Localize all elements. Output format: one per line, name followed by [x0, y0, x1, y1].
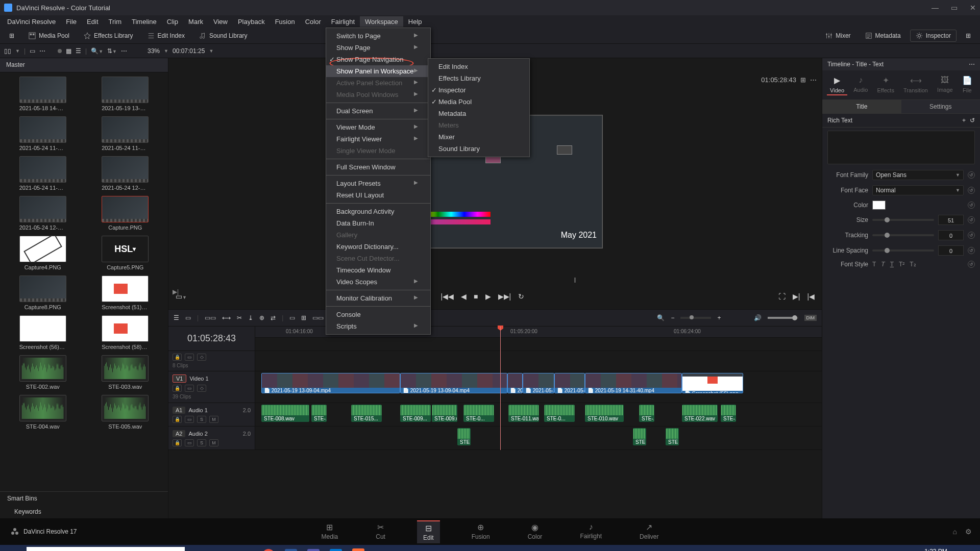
teams-icon[interactable]: T [303, 545, 324, 551]
reset-icon[interactable]: ↺ [970, 117, 975, 124]
timeline-clip[interactable]: STE-... [457, 428, 471, 445]
submenu-item[interactable]: Metadata [428, 108, 529, 119]
solo-button[interactable]: S [197, 416, 206, 423]
more-icon[interactable]: ⋯ [39, 47, 45, 55]
blade-tool-icon[interactable]: ✂ [237, 314, 242, 321]
timeline-clip[interactable]: STE-022.wav [682, 405, 718, 422]
line-spacing-slider[interactable] [872, 249, 934, 252]
zoom-slider[interactable] [680, 317, 711, 319]
menu-davinci-resolve[interactable]: DaVinci Resolve [2, 16, 61, 27]
menu-item[interactable]: Fairlight Viewer▶ [326, 133, 430, 145]
timeline-clip[interactable]: STE-01... [666, 428, 679, 445]
timeline-clip[interactable]: 📄 2021-05-19 13-09-04.mp4 [400, 373, 507, 393]
media-item[interactable]: STE-004.wav [4, 395, 82, 430]
menu-item[interactable]: Viewer Mode▶ [326, 121, 430, 133]
inspector-tab-audio[interactable]: ♪Audio [850, 74, 871, 95]
reset-icon[interactable]: ↺ [968, 171, 975, 179]
inspector-tab-video[interactable]: ▶Video [827, 74, 847, 95]
tracking-input[interactable]: 0 [938, 230, 964, 240]
volume-slider[interactable] [768, 317, 798, 319]
workspace-fusion[interactable]: ⊕Fusion [465, 520, 496, 543]
sort-icon[interactable]: ⇅▼ [107, 47, 117, 55]
timeline-clip[interactable]: 📄 2021-05-1... [523, 373, 554, 393]
menu-trim[interactable]: Trim [104, 16, 127, 27]
workspace-fairlight[interactable]: ♪Fairlight [574, 520, 608, 543]
vivaldi-icon[interactable]: V [258, 545, 279, 551]
replace-icon[interactable]: ⇄ [271, 314, 276, 321]
workspace-cut[interactable]: ✂Cut [370, 520, 391, 543]
menu-edit[interactable]: Edit [82, 16, 103, 27]
timeline-clip[interactable]: 📄 Screenshot (56).png [682, 373, 743, 393]
resolve-taskbar-icon[interactable] [348, 545, 369, 551]
reset-icon[interactable]: ↺ [968, 202, 975, 209]
timeline-clip[interactable]: STE-010.wav [585, 405, 624, 422]
lock-icon[interactable]: 🔒 [173, 385, 182, 392]
more-icon[interactable]: ⋯ [810, 76, 817, 84]
effects-library-toggle[interactable]: Effects Library [79, 30, 138, 41]
timeline-clip[interactable]: STE-0... [544, 405, 575, 422]
icon[interactable]: ▭ [289, 314, 295, 321]
keywords-bin[interactable]: Keywords [0, 505, 168, 518]
mute-button[interactable]: M [209, 439, 218, 446]
prev-frame-button[interactable]: ◀ [461, 292, 467, 300]
workspace-color[interactable]: ◉Color [522, 520, 549, 543]
submenu-item[interactable]: Edit Index [428, 61, 529, 72]
metadata-toggle[interactable]: Metadata [860, 30, 906, 41]
reset-icon[interactable]: ↺ [968, 261, 975, 268]
menu-timeline[interactable]: Timeline [127, 16, 162, 27]
mixer-toggle[interactable]: Mixer [820, 30, 855, 41]
menu-workspace[interactable]: Workspace [360, 16, 403, 27]
add-icon[interactable]: + [962, 117, 966, 124]
menu-file[interactable]: File [61, 16, 82, 27]
reset-icon[interactable]: ↺ [968, 247, 975, 254]
icon[interactable]: ▭ [185, 439, 194, 446]
menu-item[interactable]: Background Activity [326, 206, 430, 217]
font-style-underline[interactable]: T [890, 261, 894, 268]
inspector-tab-file[interactable]: 📄File [959, 74, 975, 95]
menu-mark[interactable]: Mark [183, 16, 208, 27]
chevron-down-icon[interactable]: ▼ [164, 48, 168, 54]
icon[interactable]: ◇ [197, 385, 206, 392]
icon[interactable]: ▭ [185, 354, 194, 361]
media-item[interactable]: 2021-05-19 13-09-... [87, 77, 164, 111]
font-face-select[interactable]: Normal▼ [872, 185, 964, 195]
edit-index-toggle[interactable]: Edit Index [142, 30, 190, 41]
menu-item[interactable]: Dual Screen▶ [326, 105, 430, 117]
stop-button[interactable]: ■ [474, 292, 478, 300]
media-item[interactable]: Screenshot (56).png [4, 315, 82, 350]
menu-item[interactable]: Timecode Window [326, 264, 430, 276]
solo-button[interactable]: S [197, 439, 206, 446]
media-item[interactable]: 2021-05-24 12-11-... [4, 196, 82, 231]
timeline-clip[interactable]: STE-009... [400, 405, 431, 422]
taskbar-search[interactable]: 🔍Type here to search [27, 547, 185, 551]
icon[interactable]: ◇ [197, 354, 206, 361]
title-tab[interactable]: Title [822, 100, 901, 113]
media-item[interactable]: 2021-05-24 11-53-... [87, 116, 164, 151]
font-style-superscript[interactable]: T² [899, 261, 904, 268]
font-family-select[interactable]: Open Sans▼ [872, 170, 964, 180]
menu-item[interactable]: Show Panel in Workspace▶ [326, 65, 430, 77]
play-button[interactable]: ▶ [485, 292, 491, 300]
size-slider[interactable] [872, 219, 934, 221]
a1-label[interactable]: A1 [173, 407, 185, 414]
timeline-clip[interactable]: STE-015... [351, 405, 382, 422]
inspector-tab-image[interactable]: 🖼Image [934, 74, 956, 95]
media-item[interactable]: 2021-05-24 11-55-... [4, 156, 82, 191]
word-icon[interactable]: W [281, 545, 301, 551]
menu-item[interactable]: Show Page Navigation [326, 54, 430, 65]
tracking-slider[interactable] [872, 234, 934, 236]
icon[interactable]: ▭ [30, 47, 35, 55]
timeline-content[interactable]: 01:04:16:00 01:05:20:00 01:06:24:00 📄 20… [255, 327, 822, 450]
home-icon[interactable]: ⌂ [953, 528, 957, 536]
menu-item[interactable]: Keyword Dictionary... [326, 241, 430, 253]
step-forward-icon[interactable]: ▶| [173, 288, 179, 295]
workspace-media[interactable]: ⊞Media [315, 520, 345, 543]
menu-item[interactable]: Switch to Page▶ [326, 30, 430, 42]
media-item[interactable]: Capture4.PNG [4, 236, 82, 270]
volume-icon[interactable]: 🔊 [754, 314, 762, 321]
expand-right-icon[interactable]: ⊞ [961, 30, 976, 41]
media-item[interactable]: 2021-05-24 11-31-... [4, 116, 82, 151]
lock-icon[interactable]: 🔒 [173, 354, 182, 361]
font-style-normal[interactable]: T [872, 261, 876, 268]
menu-item[interactable]: Layout Presets▶ [326, 178, 430, 189]
